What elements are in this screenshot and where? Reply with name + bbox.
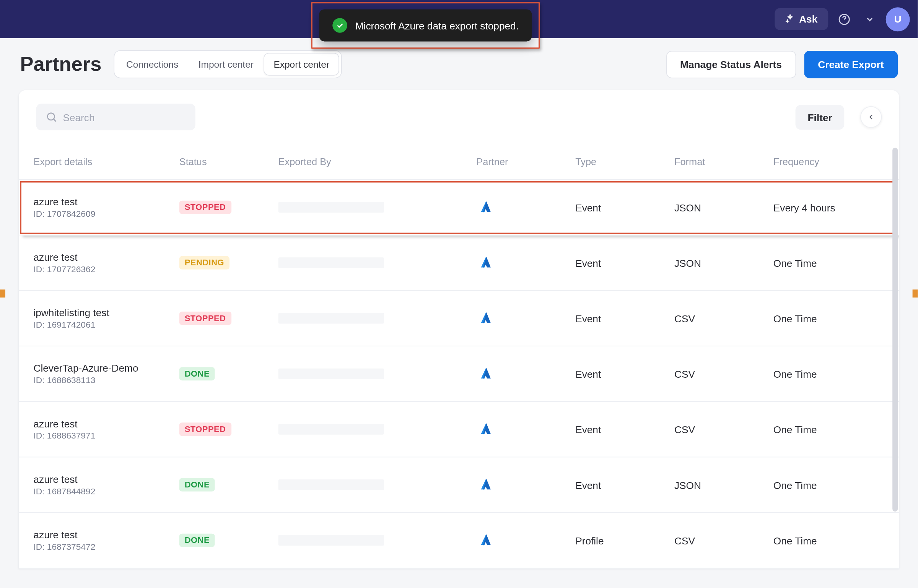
export-id: ID: 1707726362 [33,264,179,274]
table-row[interactable]: azure testID: 1687844892DONEEventJSONOne… [19,457,899,513]
export-id: ID: 1687844892 [33,486,179,496]
column-header: Type [575,156,674,167]
manage-status-alerts-button[interactable]: Manage Status Alerts [666,50,796,78]
collapse-panel-button[interactable] [860,106,882,128]
status-badge: STOPPED [179,312,231,325]
cell-format: CSV [674,313,773,324]
status-badge: STOPPED [179,201,231,214]
cell-frequency: One Time [773,424,884,435]
cell-status: PENDING [179,256,278,270]
cell-frequency: One Time [773,368,884,380]
toast-highlight: Microsoft Azure data export stopped. [311,2,540,49]
cell-export-details: azure testID: 1707842609 [33,196,179,218]
tab-export-center[interactable]: Export center [264,54,339,75]
cell-exported-by [278,424,477,435]
cell-exported-by [278,479,477,490]
cell-partner [476,476,575,493]
cell-partner [476,531,575,549]
cell-format: CSV [674,424,773,435]
ask-label: Ask [799,13,817,25]
help-icon[interactable] [835,10,854,28]
export-name: ipwhitelisting test [33,307,179,318]
column-header: Format [674,156,773,167]
table-row[interactable]: azure testID: 1688637971STOPPEDEventCSVO… [19,402,899,457]
cell-frequency: One Time [773,313,884,324]
svg-point-1 [47,113,54,120]
filter-button[interactable]: Filter [796,105,844,130]
cell-type: Event [575,257,674,268]
status-badge: DONE [179,534,215,547]
azure-icon [476,476,493,493]
search-wrapper [36,104,195,130]
status-badge: PENDING [179,256,230,270]
page-title: Partners [20,53,101,75]
status-badge: DONE [179,367,215,380]
avatar[interactable]: U [886,7,910,31]
status-badge: STOPPED [179,422,231,436]
exports-card: Filter Export detailsStatusExported ByPa… [19,90,899,569]
card-toolbar: Filter [19,90,899,144]
cell-partner [476,254,575,271]
azure-icon [476,365,493,382]
create-export-button[interactable]: Create Export [804,50,898,78]
cell-format: CSV [674,368,773,380]
tab-import-center[interactable]: Import center [189,54,263,75]
table-row[interactable]: CleverTap-Azure-DemoID: 1688638113DONEEv… [19,346,899,402]
cell-export-details: azure testID: 1687844892 [33,473,179,496]
cell-export-details: azure testID: 1687375472 [33,529,179,551]
azure-icon [476,421,493,438]
export-name: azure test [33,252,179,263]
toast-message: Microsoft Azure data export stopped. [355,20,519,31]
scrollbar[interactable] [892,148,898,512]
cell-exported-by [278,535,477,546]
cell-type: Event [575,313,674,324]
column-header: Status [179,156,278,167]
redacted-value [278,479,384,490]
export-name: azure test [33,529,179,540]
column-header: Partner [476,156,575,167]
table-row[interactable]: ipwhitelisting testID: 1691742061STOPPED… [19,291,899,346]
cell-type: Event [575,424,674,435]
sparkle-icon [786,13,795,25]
export-id: ID: 1688638113 [33,375,179,385]
cell-exported-by [278,257,477,268]
export-id: ID: 1691742061 [33,320,179,330]
cell-status: DONE [179,478,278,492]
cell-status: DONE [179,367,278,380]
avatar-letter: U [894,13,902,25]
table-row[interactable]: azure testID: 1707842609STOPPEDEventJSON… [19,180,899,235]
search-icon [46,111,57,123]
column-header: Exported By [278,156,477,167]
cell-export-details: azure testID: 1707726362 [33,252,179,274]
export-name: azure test [33,418,179,429]
cell-format: CSV [674,534,773,546]
cell-partner [476,365,575,382]
cell-type: Event [575,479,674,491]
redacted-value [278,202,384,213]
table-row[interactable]: azure testID: 1687375472DONEProfileCSVOn… [19,513,899,568]
search-input[interactable] [63,111,186,123]
annotation-tick [0,289,5,297]
cell-type: Event [575,201,674,213]
azure-icon [476,254,493,271]
export-name: azure test [33,473,179,485]
cell-format: JSON [674,479,773,491]
annotation-tick [913,289,918,297]
cell-frequency: One Time [773,257,884,268]
exports-table: Export detailsStatusExported ByPartnerTy… [19,144,899,569]
export-id: ID: 1687375472 [33,542,179,552]
table-row[interactable]: azure testID: 1707726362PENDINGEventJSON… [19,236,899,291]
cell-export-details: ipwhitelisting testID: 1691742061 [33,307,179,330]
cell-status: DONE [179,534,278,547]
cell-partner [476,198,575,216]
tab-connections[interactable]: Connections [117,54,188,75]
cell-format: JSON [674,201,773,213]
export-id: ID: 1688637971 [33,430,179,440]
chevron-down-icon[interactable] [860,10,879,28]
column-header: Export details [33,156,179,167]
export-id: ID: 1707842609 [33,209,179,219]
cell-format: JSON [674,257,773,268]
cell-exported-by [278,202,477,213]
azure-icon [476,531,493,549]
ask-button[interactable]: Ask [775,8,828,30]
